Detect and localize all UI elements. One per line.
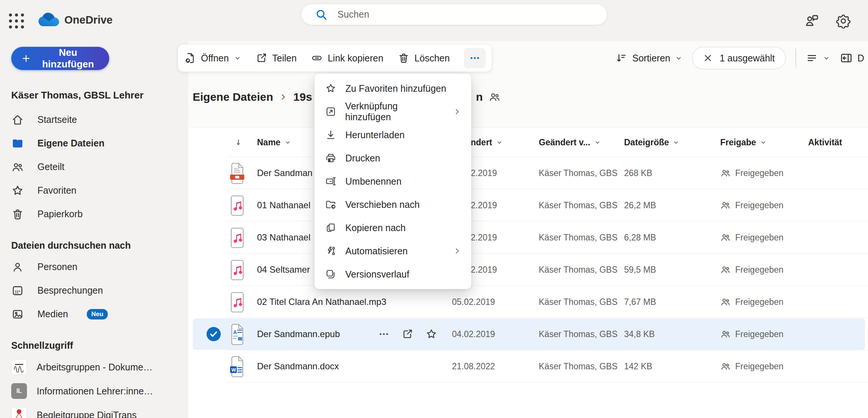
people-icon	[11, 161, 24, 173]
audio-file-icon	[229, 259, 246, 281]
epub-file-icon: A	[229, 324, 246, 345]
selected-check-icon[interactable]	[206, 327, 221, 342]
more-commands-button[interactable]	[464, 48, 486, 68]
quick-access-header: Schnellzugriff	[11, 336, 188, 355]
sidebar-item-favoriten[interactable]: Favoriten	[11, 179, 188, 202]
people-icon	[720, 168, 731, 178]
content-area: Name ndert Geändert v... Dateigröße Frei…	[188, 41, 868, 418]
row-hover-actions	[378, 318, 437, 350]
chevron-down-icon	[234, 54, 241, 62]
share-button[interactable]: Teilen	[256, 52, 297, 64]
people-icon	[720, 232, 731, 243]
table-header: Name ndert Geändert v... Dateigröße Frei…	[188, 128, 868, 157]
table-row[interactable]: 03 Nathanael 2.2019 Käser Thomas, GBS 6,…	[188, 221, 868, 254]
chevron-down-icon	[284, 139, 291, 146]
add-new-button[interactable]: Neu hinzufügen	[11, 47, 109, 70]
chevron-right-icon	[453, 247, 461, 255]
search-input[interactable]	[337, 9, 563, 20]
column-header-modified[interactable]: ndert	[471, 128, 503, 157]
people-icon	[489, 91, 501, 103]
table-row-selected[interactable]: A Der Sandmann.epub 04.0	[188, 318, 868, 350]
star-icon	[11, 184, 24, 197]
feedback-icon[interactable]	[804, 13, 819, 28]
media-icon	[11, 308, 24, 321]
table-row[interactable]: W Der Sandmann.docx 21.08.2022 Käser Tho…	[188, 350, 868, 382]
sidebar-item-besprechungen[interactable]: Besprechungen	[11, 279, 188, 302]
more-ellipsis-icon	[469, 52, 480, 64]
sidebar-item-papierkorb[interactable]: Papierkorb	[11, 202, 188, 226]
people-icon	[720, 297, 731, 307]
people-icon	[720, 264, 731, 275]
chevron-down-icon	[594, 139, 601, 146]
copy-link-button[interactable]: Link kopieren	[311, 52, 383, 64]
sort-button[interactable]: Sortieren	[615, 52, 682, 64]
chevron-down-icon	[760, 139, 767, 146]
browse-section-header: Dateien durchsuchen nach	[11, 236, 188, 255]
menu-item-verschieben[interactable]: Verschieben nach	[315, 193, 471, 216]
selection-count-button[interactable]: 1 ausgewählt	[692, 47, 785, 69]
column-header-sharing[interactable]: Freigabe	[720, 128, 767, 157]
open-button[interactable]: Öffnen	[184, 52, 241, 64]
account-name: Käser Thomas, GBSL Lehrer	[11, 90, 188, 101]
onedrive-cloud-icon[interactable]	[38, 12, 62, 28]
menu-item-favoriten[interactable]: Zu Favoriten hinzufügen	[315, 77, 471, 100]
quick-access-begleitgruppe[interactable]: Begleitgruppe DigiTrans	[11, 403, 188, 418]
app-launcher-icon[interactable]	[7, 12, 25, 30]
star-icon[interactable]	[425, 328, 437, 340]
plus-icon	[22, 53, 31, 64]
table-row[interactable]: Der Sandman 2.2019 Käser Thomas, GBS 268…	[188, 157, 868, 189]
table-row[interactable]: 01 Nathanael 2.2019 Käser Thomas, GBS 26…	[188, 189, 868, 221]
people-icon	[720, 200, 731, 210]
folder-move-icon	[324, 199, 337, 210]
chevron-down-icon	[823, 54, 830, 62]
menu-item-verknuepfung[interactable]: Verknüpfung hinzufügen	[315, 100, 471, 123]
details-pane-icon	[840, 52, 853, 64]
audio-file-icon	[229, 195, 246, 216]
file-list-panel: Name ndert Geändert v... Dateigröße Frei…	[188, 127, 868, 418]
column-header-activity[interactable]: Aktivität	[808, 128, 842, 157]
trash-icon	[398, 52, 410, 64]
chevron-down-icon	[673, 139, 679, 146]
table-row[interactable]: 02 Titel Clara An Nathanael.mp3 05.02.20…	[188, 286, 868, 318]
folder-icon	[11, 137, 24, 150]
menu-item-automatisieren[interactable]: Automatisieren	[315, 239, 471, 263]
menu-item-versionsverlauf[interactable]: Versionsverlauf	[315, 263, 471, 286]
search-bar[interactable]	[301, 4, 607, 25]
details-pane-button[interactable]: D	[840, 52, 864, 64]
more-ellipsis-icon[interactable]	[378, 328, 389, 340]
sidebar-item-personen[interactable]: Personen	[11, 255, 188, 279]
sort-direction-icon[interactable]	[234, 128, 243, 157]
sidebar-item-startseite[interactable]: Startseite	[11, 108, 188, 131]
people-icon	[720, 361, 731, 372]
delete-button[interactable]: Löschen	[398, 52, 450, 64]
view-controls: Sortieren 1 ausgewählt D	[615, 44, 864, 72]
column-header-modified-by[interactable]: Geändert v...	[539, 128, 601, 157]
column-header-name[interactable]: Name	[257, 128, 291, 157]
breadcrumb-folder-start[interactable]: 19s	[293, 91, 312, 103]
star-icon	[324, 83, 337, 94]
table-row[interactable]: 04 Seltsamer 2.2019 Käser Thomas, GBS 59…	[188, 254, 868, 286]
breadcrumb-root[interactable]: Eigene Dateien	[193, 91, 273, 103]
sidebar-item-eigene-dateien[interactable]: Eigene Dateien	[11, 131, 188, 155]
menu-item-herunterladen[interactable]: Herunterladen	[315, 123, 471, 146]
sort-icon	[615, 52, 627, 64]
search-icon	[315, 8, 328, 21]
menu-item-kopieren[interactable]: Kopieren nach	[315, 216, 471, 239]
close-icon	[703, 53, 713, 63]
sidebar-item-geteilt[interactable]: Geteilt	[11, 155, 188, 179]
menu-item-drucken[interactable]: Drucken	[315, 146, 471, 170]
quick-access-informationen[interactable]: IL Informationen Lehrer:inne…	[11, 379, 188, 403]
settings-gear-icon[interactable]	[836, 13, 851, 28]
audio-file-icon	[229, 291, 246, 313]
share-icon[interactable]	[401, 328, 413, 340]
quick-access-arbeitsgruppen[interactable]: Arbeitsgruppen - Dokume…	[11, 355, 188, 379]
versions-icon	[324, 269, 337, 280]
column-header-size[interactable]: Dateigröße	[624, 128, 679, 157]
sidebar-item-medien[interactable]: Medien Neu	[11, 302, 188, 326]
view-options-button[interactable]	[806, 52, 830, 64]
sidebar: Neu hinzufügen Käser Thomas, GBSL Lehrer…	[0, 41, 188, 418]
file-rows: Der Sandman 2.2019 Käser Thomas, GBS 268…	[188, 157, 868, 382]
breadcrumb-folder-end: n	[476, 91, 483, 103]
menu-item-umbenennen[interactable]: Umbenennen	[315, 170, 471, 193]
meetings-icon	[11, 284, 24, 297]
